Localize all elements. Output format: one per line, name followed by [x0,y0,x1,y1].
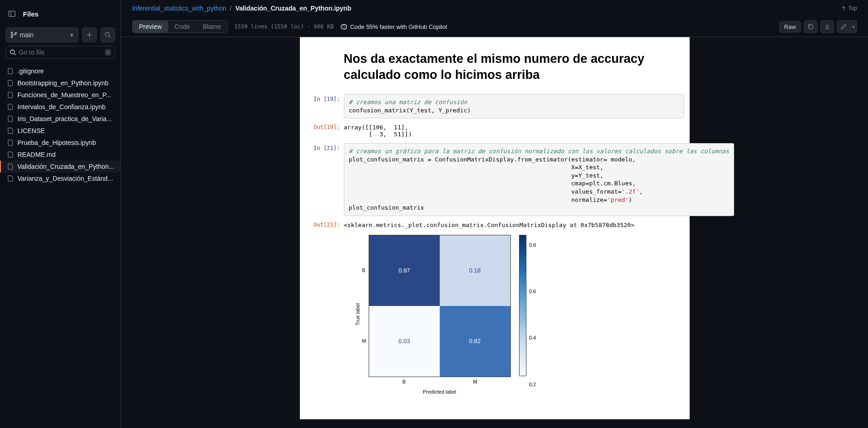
svg-point-5 [343,27,343,28]
file-search-input[interactable] [19,49,102,56]
svg-rect-0 [9,11,15,17]
file-name: Iris_Dataset_practica_de_Varia... [17,115,112,122]
file-name: Funciones_de_Muestreo_en_P... [17,91,111,99]
search-shortcut-key: t [105,49,111,56]
file-item[interactable]: .gitignore [0,65,121,77]
chevron-down-icon: ▾ [852,24,855,29]
file-icon [7,128,14,134]
branch-name: main [20,31,33,39]
confusion-matrix-plot: True label BM 0.970.180.030.82 BM Predic… [344,230,684,395]
heatmap-cell: 0.97 [369,235,440,306]
plot-ylabel: True label [353,303,362,326]
cell-prompt-in: In [21]: [305,143,344,216]
plus-icon [86,32,93,38]
colorbar: 0.80.60.40.2 [519,235,536,395]
sidebar-collapse-icon [8,10,16,17]
git-branch-icon [11,32,17,38]
svg-rect-4 [341,25,347,29]
file-icon [7,80,14,86]
collapse-sidebar-button[interactable] [6,7,18,20]
file-name: Validación_Cruzada_en_Python... [17,163,114,170]
search-files-button[interactable] [100,28,115,42]
svg-point-2 [105,33,110,37]
breadcrumb-current: Validación_Cruzada_en_Python.ipynb [235,5,351,12]
edit-button[interactable] [837,20,851,33]
chevron-down-icon: ▾ [70,31,73,39]
cell-prompt-out: Out[19]: [305,122,344,139]
code-cell: # creamos una matriz de confusión confus… [344,94,684,118]
sidebar-title: Files [23,10,39,18]
breadcrumb: Inferential_statistics_with_python / Val… [132,5,351,12]
file-icon [7,163,14,170]
ytick-label: M [362,338,366,344]
tab-preview[interactable]: Preview [133,21,168,33]
raw-button[interactable]: Raw [779,21,801,33]
tab-code[interactable]: Code [168,21,196,33]
edit-dropdown-button[interactable]: ▾ [851,20,857,33]
xtick-label: M [440,379,510,384]
breadcrumb-repo-link[interactable]: Inferential_statistics_with_python [132,5,226,12]
branch-selector[interactable]: main ▾ [6,28,78,42]
output-text: array([[106, 11], [ 3, 51]]) [344,122,684,139]
pencil-icon [840,23,847,30]
tab-blame[interactable]: Blame [196,21,227,33]
svg-point-6 [344,27,345,28]
file-item[interactable]: Iris_Dataset_practica_de_Varia... [0,113,121,125]
plot-xlabel: Predicted label [369,384,511,395]
heatmap-cell: 0.82 [440,306,510,377]
add-file-button[interactable] [82,28,97,42]
file-item[interactable]: Bootstrapping_en_Python.ipynb [0,77,121,89]
file-icon [7,139,14,146]
search-icon [105,32,111,38]
download-button[interactable] [820,20,834,33]
file-icon [7,151,14,158]
file-item[interactable]: Funciones_de_Muestreo_en_P... [0,89,121,101]
file-metadata: 1550 lines (1550 loc) · 666 KB [234,23,334,30]
copilot-promo[interactable]: Code 55% faster with GitHub Copilot [340,23,448,30]
file-search-box[interactable]: t [6,46,115,59]
cell-prompt-out: Out[21]: [305,220,344,395]
notebook-content: Nos da exactamente el mismo numero de ac… [300,37,690,419]
colorbar-tick: 0.4 [529,335,536,340]
file-item[interactable]: Prueba_de_Hipotesis.ipynb [0,137,121,149]
xtick-label: B [369,379,439,384]
download-icon [824,23,830,30]
file-item[interactable]: Validación_Cruzada_en_Python... [0,161,121,172]
file-icon [7,92,14,98]
copy-icon [807,23,814,30]
file-item[interactable]: LICENSE [0,125,121,137]
ytick-label: B [362,267,366,273]
colorbar-tick: 0.8 [529,242,536,248]
svg-point-3 [11,50,15,54]
arrow-up-icon [841,6,846,11]
view-tabs: PreviewCodeBlame [132,20,228,33]
file-name: README.md [17,151,55,158]
file-item[interactable]: Varianza_y_Desviación_Estánd... [0,172,121,184]
file-icon [7,104,14,110]
colorbar-tick: 0.6 [529,289,536,294]
code-cell: # creamos un gráfico para la matriz de c… [344,143,735,216]
colorbar-tick: 0.2 [529,382,536,387]
cell-prompt-in: In [19]: [305,94,344,118]
file-name: Varianza_y_Desviación_Estánd... [17,175,113,182]
file-icon [7,68,14,74]
heatmap-cell: 0.03 [369,306,440,377]
svg-rect-7 [809,25,813,29]
file-icon [7,116,14,122]
heatmap-cell: 0.18 [440,235,510,306]
file-sidebar: Files main ▾ t .gitignoreBootstrapping_e… [0,0,121,428]
file-item[interactable]: Intervalos_de_Confianza.ipynb [0,101,121,113]
file-name: Bootstrapping_en_Python.ipynb [17,79,108,87]
file-name: Intervalos_de_Confianza.ipynb [17,103,105,111]
copy-button[interactable] [804,20,818,33]
file-name: .gitignore [17,67,44,75]
file-item[interactable]: README.md [0,149,121,161]
notebook-heading: Nos da exactamente el mismo numero de ac… [300,51,690,92]
scroll-to-top-button[interactable]: Top [841,5,857,11]
file-icon [7,175,14,182]
file-name: Prueba_de_Hipotesis.ipynb [17,139,96,146]
copilot-icon [340,23,348,30]
search-icon [10,49,16,56]
output-text: <sklearn.metrics._plot.confusion_matrix.… [344,220,684,230]
file-name: LICENSE [17,127,45,134]
